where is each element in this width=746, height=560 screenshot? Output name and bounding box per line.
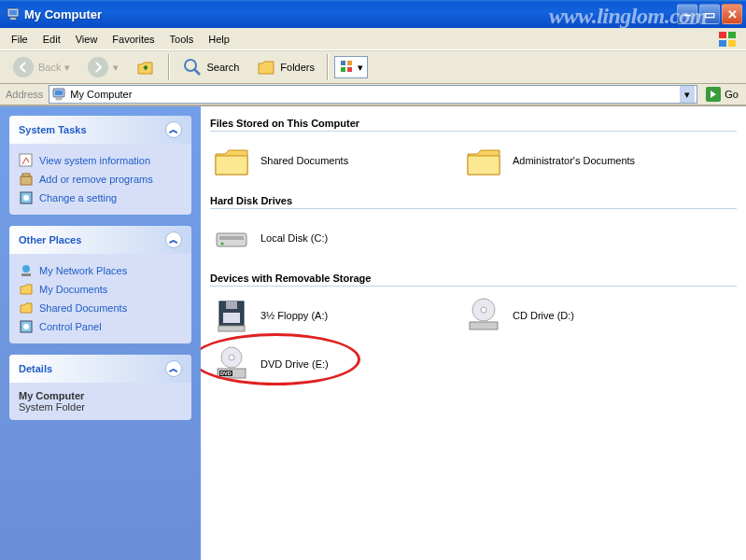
- folder-icon: [19, 282, 34, 297]
- menu-edit[interactable]: Edit: [35, 31, 68, 48]
- collapse-icon: ︽: [165, 121, 182, 138]
- info-icon: [19, 153, 34, 168]
- go-label: Go: [725, 89, 739, 100]
- my-documents-link[interactable]: My Documents: [19, 280, 182, 299]
- go-icon: [705, 86, 722, 103]
- section-rule: [210, 131, 737, 132]
- svg-rect-14: [347, 67, 352, 72]
- floppy-icon: [212, 296, 251, 335]
- back-button[interactable]: Back ▾: [6, 53, 77, 81]
- svg-line-10: [194, 69, 200, 75]
- details-name: My Computer: [19, 390, 182, 401]
- section-header: Devices with Removable Storage: [210, 273, 737, 284]
- search-button[interactable]: Search: [176, 54, 246, 80]
- my-computer-icon: [6, 7, 21, 21]
- other-places-header[interactable]: Other Places ︽: [9, 226, 191, 254]
- svg-point-7: [13, 57, 34, 77]
- minimize-button[interactable]: ‒: [677, 4, 697, 24]
- dvd-drive-icon: DVD: [212, 344, 251, 384]
- menu-favorites[interactable]: Favorites: [105, 31, 162, 48]
- folder-icon: [19, 301, 34, 315]
- hdd-icon: [212, 218, 251, 258]
- menu-help[interactable]: Help: [201, 31, 237, 48]
- svg-rect-16: [55, 91, 63, 95]
- details-type: System Folder: [19, 401, 182, 413]
- close-button[interactable]: ✕: [722, 4, 742, 24]
- content-area: Files Stored on This Computer Shared Doc…: [201, 106, 746, 560]
- item-label: Administrator's Documents: [513, 155, 635, 166]
- maximize-button[interactable]: ▭: [699, 4, 720, 24]
- folders-button[interactable]: Folders: [249, 54, 321, 80]
- control-panel-link[interactable]: Control Panel: [19, 317, 182, 336]
- item-label: Shared Documents: [260, 155, 348, 166]
- svg-point-24: [22, 265, 30, 273]
- view-system-info-link[interactable]: View system information: [19, 151, 182, 170]
- item-label: Local Disk (C:): [260, 232, 328, 244]
- folder-item-shared-documents[interactable]: Shared Documents: [210, 139, 443, 182]
- address-label: Address: [4, 89, 45, 100]
- details-title: Details: [19, 363, 52, 374]
- menu-tools[interactable]: Tools: [162, 31, 202, 48]
- menu-file[interactable]: File: [4, 31, 35, 48]
- system-tasks-header[interactable]: System Tasks ︽: [9, 116, 191, 144]
- svg-rect-17: [56, 98, 62, 100]
- add-remove-programs-link[interactable]: Add or remove programs: [19, 170, 182, 189]
- forward-button[interactable]: ▾: [80, 53, 125, 81]
- network-places-link[interactable]: My Network Places: [19, 261, 182, 280]
- folder-icon: [464, 141, 503, 180]
- details-header[interactable]: Details ︽: [9, 355, 191, 383]
- my-computer-icon: [51, 87, 66, 102]
- details-box: Details ︽ My Computer System Folder: [9, 355, 191, 420]
- svg-rect-13: [341, 67, 345, 72]
- window-title: My Computer: [24, 7, 675, 21]
- programs-icon: [19, 172, 34, 187]
- svg-rect-34: [218, 326, 245, 331]
- svg-point-39: [229, 355, 234, 360]
- search-label: Search: [206, 62, 239, 73]
- item-label: DVD Drive (E:): [260, 358, 329, 370]
- svg-point-36: [481, 307, 486, 313]
- up-button[interactable]: [129, 54, 162, 80]
- svg-rect-37: [470, 322, 498, 329]
- address-field[interactable]: My Computer ▾: [49, 85, 697, 104]
- address-dropdown[interactable]: ▾: [680, 86, 695, 103]
- section-rule: [210, 286, 737, 287]
- address-value: My Computer: [70, 89, 676, 100]
- folder-icon: [212, 141, 251, 180]
- change-setting-link[interactable]: Change a setting: [19, 189, 182, 207]
- windows-flag-icon: [716, 30, 742, 49]
- folder-item-admin-documents[interactable]: Administrator's Documents: [462, 139, 696, 182]
- shared-documents-link[interactable]: Shared Documents: [19, 299, 182, 317]
- forward-icon: [87, 56, 109, 78]
- svg-rect-2: [10, 18, 16, 20]
- drive-item-cd[interactable]: CD Drive (D:): [462, 294, 696, 337]
- svg-point-30: [221, 243, 224, 245]
- svg-rect-3: [719, 32, 726, 38]
- svg-rect-6: [728, 40, 736, 47]
- system-tasks-title: System Tasks: [19, 124, 87, 135]
- section-header: Files Stored on This Computer: [210, 118, 737, 129]
- forward-dropdown-icon: ▾: [113, 62, 119, 74]
- collapse-icon: ︽: [165, 231, 182, 248]
- views-icon: [339, 59, 356, 76]
- cd-drive-icon: [464, 296, 503, 335]
- svg-rect-25: [21, 273, 31, 276]
- titlebar: My Computer ‒ ▭ ✕ www.linglom.com: [0, 0, 746, 28]
- section-header: Hard Disk Drives: [210, 195, 737, 206]
- settings-icon: [19, 190, 34, 205]
- collapse-icon: ︽: [165, 360, 182, 377]
- drive-item-dvd[interactable]: DVD DVD Drive (E:): [210, 343, 443, 385]
- search-icon: [182, 57, 203, 77]
- svg-point-23: [23, 195, 29, 201]
- svg-rect-20: [21, 176, 32, 185]
- svg-rect-33: [223, 313, 240, 323]
- item-label: CD Drive (D:): [513, 310, 574, 321]
- drive-item-floppy[interactable]: 3½ Floppy (A:): [210, 294, 443, 337]
- menu-view[interactable]: View: [68, 31, 106, 48]
- go-button[interactable]: Go: [701, 85, 742, 104]
- other-places-title: Other Places: [19, 234, 81, 245]
- drive-item-local-disk[interactable]: Local Disk (C:): [210, 217, 443, 259]
- folders-label: Folders: [280, 62, 315, 73]
- side-panel: System Tasks ︽ View system information A…: [0, 106, 201, 560]
- views-button[interactable]: ▾: [334, 56, 368, 78]
